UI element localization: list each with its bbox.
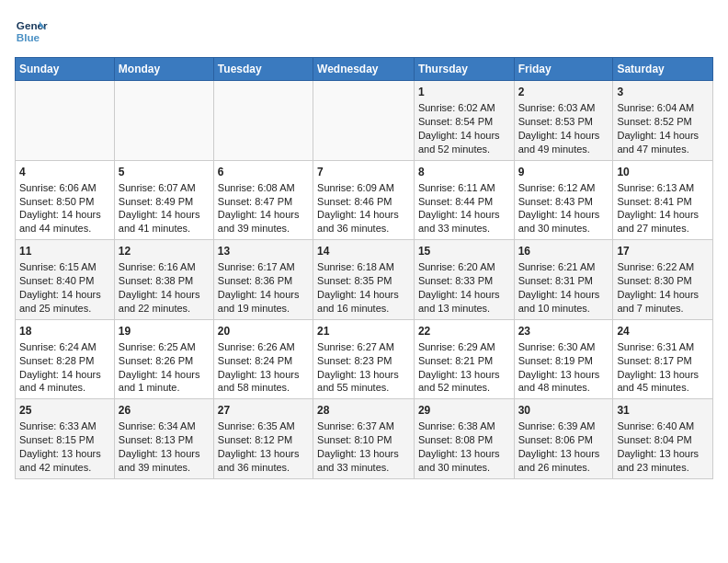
day-of-week-header: Monday — [114, 58, 213, 81]
daylight-label: Daylight: 14 hours and 39 minutes. — [218, 209, 300, 234]
day-number: 25 — [19, 403, 110, 418]
day-of-week-header: Tuesday — [213, 58, 313, 81]
day-number: 3 — [617, 85, 709, 99]
calendar-cell: 9Sunrise: 6:12 AMSunset: 8:43 PMDaylight… — [514, 160, 613, 240]
sunrise-label: Sunrise: 6:27 AM — [317, 341, 394, 352]
sunrise-label: Sunrise: 6:38 AM — [418, 420, 495, 431]
daylight-label: Daylight: 14 hours and 4 minutes. — [19, 369, 101, 394]
calendar-cell: 4Sunrise: 6:06 AMSunset: 8:50 PMDaylight… — [16, 160, 115, 240]
sunrise-label: Sunrise: 6:37 AM — [317, 420, 394, 431]
sunset-label: Sunset: 8:47 PM — [218, 196, 292, 207]
sunrise-label: Sunrise: 6:33 AM — [19, 420, 97, 431]
sunset-label: Sunset: 8:04 PM — [617, 434, 691, 445]
day-number: 12 — [119, 244, 210, 259]
sunrise-label: Sunrise: 6:16 AM — [119, 261, 196, 272]
sunset-label: Sunset: 8:08 PM — [418, 434, 493, 445]
sunrise-label: Sunrise: 6:08 AM — [218, 182, 295, 193]
sunrise-label: Sunrise: 6:09 AM — [317, 182, 394, 193]
daylight-label: Daylight: 14 hours and 16 minutes. — [317, 289, 399, 314]
day-number: 5 — [119, 165, 210, 179]
sunrise-label: Sunrise: 6:29 AM — [418, 341, 495, 352]
calendar-cell: 3Sunrise: 6:04 AMSunset: 8:52 PMDaylight… — [613, 81, 713, 161]
day-of-week-header: Saturday — [613, 58, 713, 81]
sunset-label: Sunset: 8:54 PM — [418, 116, 493, 127]
day-number: 10 — [617, 165, 709, 179]
sunset-label: Sunset: 8:46 PM — [317, 196, 392, 207]
day-number: 23 — [518, 324, 609, 339]
daylight-label: Daylight: 13 hours and 23 minutes. — [617, 448, 699, 473]
calendar-cell: 6Sunrise: 6:08 AMSunset: 8:47 PMDaylight… — [213, 160, 313, 240]
sunrise-label: Sunrise: 6:21 AM — [518, 261, 596, 272]
day-number: 27 — [218, 403, 309, 418]
daylight-label: Daylight: 14 hours and 44 minutes. — [19, 209, 101, 234]
daylight-label: Daylight: 13 hours and 30 minutes. — [418, 448, 500, 473]
day-number: 31 — [617, 403, 709, 418]
calendar-cell — [213, 81, 313, 161]
calendar-cell: 23Sunrise: 6:30 AMSunset: 8:19 PMDayligh… — [514, 319, 613, 399]
sunrise-label: Sunrise: 6:03 AM — [518, 102, 596, 113]
sunset-label: Sunset: 8:31 PM — [518, 275, 593, 286]
daylight-label: Daylight: 14 hours and 19 minutes. — [218, 289, 300, 314]
calendar-cell: 29Sunrise: 6:38 AMSunset: 8:08 PMDayligh… — [414, 399, 514, 479]
day-number: 7 — [317, 165, 410, 179]
day-of-week-header: Sunday — [16, 58, 115, 81]
day-number: 16 — [518, 244, 609, 259]
calendar-cell: 2Sunrise: 6:03 AMSunset: 8:53 PMDaylight… — [514, 81, 613, 161]
sunset-label: Sunset: 8:06 PM — [518, 434, 593, 445]
sunset-label: Sunset: 8:30 PM — [617, 275, 691, 286]
daylight-label: Daylight: 14 hours and 30 minutes. — [518, 209, 600, 234]
svg-text:General: General — [17, 19, 48, 31]
daylight-label: Daylight: 13 hours and 48 minutes. — [518, 369, 600, 394]
sunrise-label: Sunrise: 6:24 AM — [19, 341, 97, 352]
calendar-cell: 16Sunrise: 6:21 AMSunset: 8:31 PMDayligh… — [514, 240, 613, 320]
day-number: 14 — [317, 244, 410, 259]
day-number: 17 — [617, 244, 709, 259]
sunrise-label: Sunrise: 6:40 AM — [617, 420, 694, 431]
daylight-label: Daylight: 14 hours and 36 minutes. — [317, 209, 399, 234]
daylight-label: Daylight: 13 hours and 42 minutes. — [19, 448, 101, 473]
calendar-cell: 17Sunrise: 6:22 AMSunset: 8:30 PMDayligh… — [613, 240, 713, 320]
calendar-cell: 15Sunrise: 6:20 AMSunset: 8:33 PMDayligh… — [414, 240, 514, 320]
daylight-label: Daylight: 14 hours and 52 minutes. — [418, 130, 500, 155]
day-number: 8 — [418, 165, 510, 179]
sunrise-label: Sunrise: 6:25 AM — [119, 341, 196, 352]
calendar-cell: 11Sunrise: 6:15 AMSunset: 8:40 PMDayligh… — [16, 240, 115, 320]
sunset-label: Sunset: 8:24 PM — [218, 355, 292, 366]
sunset-label: Sunset: 8:49 PM — [119, 196, 193, 207]
sunrise-label: Sunrise: 6:06 AM — [19, 182, 97, 193]
day-number: 15 — [418, 244, 510, 259]
daylight-label: Daylight: 13 hours and 58 minutes. — [218, 369, 300, 394]
calendar-cell — [16, 81, 115, 161]
sunset-label: Sunset: 8:50 PM — [19, 196, 94, 207]
day-number: 18 — [19, 324, 110, 339]
daylight-label: Daylight: 14 hours and 49 minutes. — [518, 130, 600, 155]
calendar-cell: 31Sunrise: 6:40 AMSunset: 8:04 PMDayligh… — [613, 399, 713, 479]
calendar-cell — [313, 81, 415, 161]
sunrise-label: Sunrise: 6:20 AM — [418, 261, 495, 272]
sunrise-label: Sunrise: 6:17 AM — [218, 261, 295, 272]
sunrise-label: Sunrise: 6:18 AM — [317, 261, 394, 272]
daylight-label: Daylight: 13 hours and 33 minutes. — [317, 448, 399, 473]
day-number: 26 — [119, 403, 210, 418]
sunset-label: Sunset: 8:10 PM — [317, 434, 392, 445]
calendar-cell: 24Sunrise: 6:31 AMSunset: 8:17 PMDayligh… — [613, 319, 713, 399]
sunset-label: Sunset: 8:43 PM — [518, 196, 593, 207]
sunset-label: Sunset: 8:44 PM — [418, 196, 493, 207]
day-number: 6 — [218, 165, 309, 179]
sunrise-label: Sunrise: 6:26 AM — [218, 341, 295, 352]
day-number: 30 — [518, 403, 609, 418]
daylight-label: Daylight: 14 hours and 25 minutes. — [19, 289, 101, 314]
calendar-cell: 20Sunrise: 6:26 AMSunset: 8:24 PMDayligh… — [213, 319, 313, 399]
daylight-label: Daylight: 14 hours and 33 minutes. — [418, 209, 500, 234]
day-of-week-header: Wednesday — [313, 58, 415, 81]
svg-text:Blue: Blue — [17, 31, 40, 43]
day-number: 24 — [617, 324, 709, 339]
daylight-label: Daylight: 14 hours and 10 minutes. — [518, 289, 600, 314]
daylight-label: Daylight: 14 hours and 7 minutes. — [617, 289, 699, 314]
day-of-week-header: Thursday — [414, 58, 514, 81]
sunrise-label: Sunrise: 6:34 AM — [119, 420, 196, 431]
sunset-label: Sunset: 8:40 PM — [19, 275, 94, 286]
calendar-cell: 21Sunrise: 6:27 AMSunset: 8:23 PMDayligh… — [313, 319, 415, 399]
sunset-label: Sunset: 8:12 PM — [218, 434, 292, 445]
sunrise-label: Sunrise: 6:02 AM — [418, 102, 495, 113]
